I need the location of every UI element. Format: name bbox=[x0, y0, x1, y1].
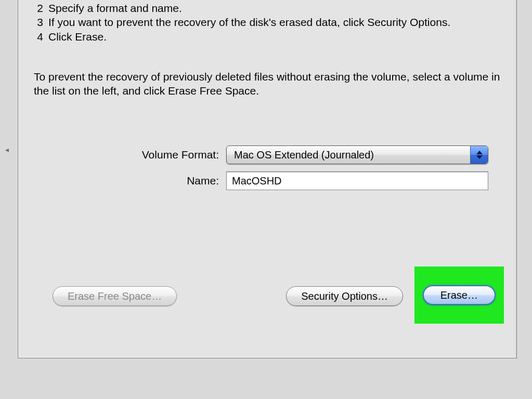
instruction-step: 3 If you want to prevent the recovery of… bbox=[34, 15, 501, 29]
dropdown-arrows-icon bbox=[470, 146, 488, 164]
instructions-block: 2 Specify a format and name. 3 If you wa… bbox=[18, 0, 516, 98]
volume-format-dropdown[interactable]: Mac OS Extended (Journaled) bbox=[226, 145, 488, 164]
name-input[interactable] bbox=[226, 171, 488, 190]
erase-button[interactable]: Erase… bbox=[423, 285, 496, 305]
form-area: Volume Format: Mac OS Extended (Journale… bbox=[18, 145, 516, 190]
erase-tab-panel: 2 Specify a format and name. 3 If you wa… bbox=[18, 0, 517, 358]
instruction-step: 4 Click Erase. bbox=[34, 30, 501, 44]
name-label: Name: bbox=[49, 175, 226, 187]
instructions-paragraph: To prevent the recovery of previously de… bbox=[34, 70, 501, 98]
step-text: Click Erase. bbox=[48, 30, 107, 44]
step-number: 2 bbox=[34, 1, 43, 15]
instruction-step: 2 Specify a format and name. bbox=[34, 1, 501, 15]
volume-format-label: Volume Format: bbox=[49, 149, 226, 161]
highlight-box: Erase… bbox=[414, 267, 504, 324]
volume-format-row: Volume Format: Mac OS Extended (Journale… bbox=[49, 145, 516, 164]
left-caret-indicator: ◂ bbox=[5, 145, 9, 154]
erase-free-space-button[interactable]: Erase Free Space… bbox=[53, 286, 177, 306]
name-row: Name: bbox=[49, 171, 516, 190]
step-text: Specify a format and name. bbox=[48, 1, 182, 15]
security-options-button[interactable]: Security Options… bbox=[286, 286, 403, 306]
step-number: 3 bbox=[34, 15, 43, 29]
volume-format-value: Mac OS Extended (Journaled) bbox=[234, 149, 374, 161]
step-text: If you want to prevent the recovery of t… bbox=[48, 15, 450, 29]
step-number: 4 bbox=[34, 30, 43, 44]
